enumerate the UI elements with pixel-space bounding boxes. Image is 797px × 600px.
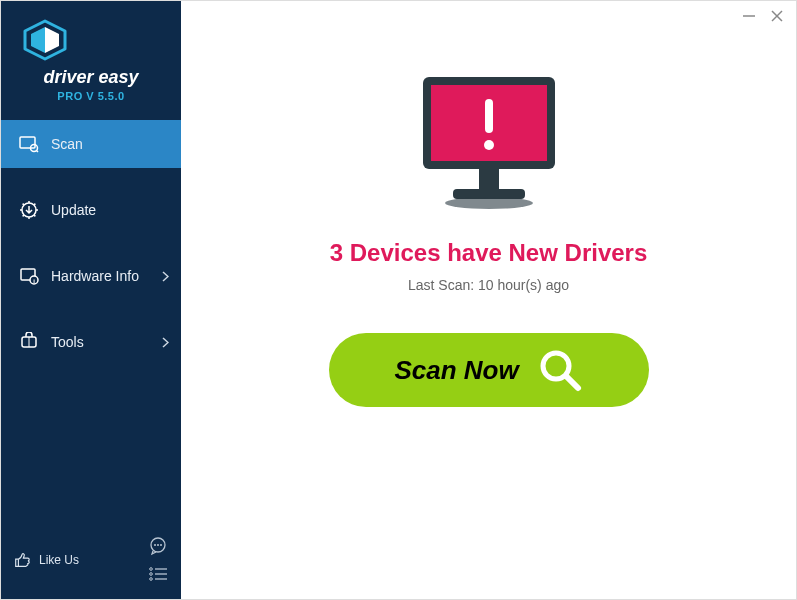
sidebar: driver easy PRO V 5.5.0 Scan Update bbox=[1, 1, 181, 599]
nav: Scan Update i Hardware Info bbox=[1, 120, 181, 384]
scan-now-button[interactable]: Scan Now bbox=[329, 333, 649, 407]
menu-list-button[interactable] bbox=[147, 563, 169, 585]
hardware-info-icon: i bbox=[19, 266, 39, 286]
svg-rect-25 bbox=[479, 169, 499, 191]
nav-label: Tools bbox=[51, 334, 84, 350]
app-window: driver easy PRO V 5.5.0 Scan Update bbox=[0, 0, 797, 600]
scan-icon bbox=[19, 134, 39, 154]
svg-line-31 bbox=[566, 376, 578, 388]
like-us-label: Like Us bbox=[39, 553, 79, 567]
svg-point-19 bbox=[150, 573, 153, 576]
gear-download-icon bbox=[19, 200, 39, 220]
close-button[interactable] bbox=[770, 9, 784, 23]
main-panel: 3 Devices have New Drivers Last Scan: 10… bbox=[181, 1, 796, 599]
nav-item-hardware-info[interactable]: i Hardware Info bbox=[1, 252, 181, 300]
svg-line-6 bbox=[37, 151, 39, 153]
last-scan-text: Last Scan: 10 hour(s) ago bbox=[408, 277, 569, 293]
feedback-button[interactable] bbox=[147, 535, 169, 557]
brand-name: driver easy bbox=[21, 67, 161, 88]
svg-point-15 bbox=[157, 544, 159, 546]
svg-point-16 bbox=[160, 544, 162, 546]
app-body: driver easy PRO V 5.5.0 Scan Update bbox=[1, 1, 796, 599]
alert-monitor-icon bbox=[409, 71, 569, 219]
chevron-right-icon bbox=[162, 271, 169, 282]
svg-rect-28 bbox=[485, 99, 493, 133]
svg-point-17 bbox=[150, 568, 153, 571]
scan-now-label: Scan Now bbox=[394, 355, 518, 386]
sidebar-footer: Like Us bbox=[1, 525, 181, 599]
nav-label: Scan bbox=[51, 136, 83, 152]
nav-label: Update bbox=[51, 202, 96, 218]
thumbs-up-icon bbox=[13, 551, 31, 569]
status-headline: 3 Devices have New Drivers bbox=[330, 239, 648, 267]
nav-item-tools[interactable]: Tools bbox=[1, 318, 181, 366]
like-us-button[interactable]: Like Us bbox=[13, 551, 79, 569]
logo-icon bbox=[21, 19, 161, 61]
logo-block: driver easy PRO V 5.5.0 bbox=[1, 1, 181, 112]
nav-label: Hardware Info bbox=[51, 268, 139, 284]
tools-icon bbox=[19, 332, 39, 352]
chevron-right-icon bbox=[162, 337, 169, 348]
svg-point-21 bbox=[150, 578, 153, 581]
titlebar bbox=[730, 1, 796, 31]
minimize-button[interactable] bbox=[742, 9, 756, 23]
svg-rect-4 bbox=[20, 137, 35, 148]
search-icon bbox=[537, 347, 583, 393]
nav-item-update[interactable]: Update bbox=[1, 186, 181, 234]
svg-point-27 bbox=[445, 197, 533, 209]
brand-version: PRO V 5.5.0 bbox=[21, 90, 161, 102]
svg-point-29 bbox=[484, 140, 494, 150]
svg-point-14 bbox=[154, 544, 156, 546]
nav-item-scan[interactable]: Scan bbox=[1, 120, 181, 168]
